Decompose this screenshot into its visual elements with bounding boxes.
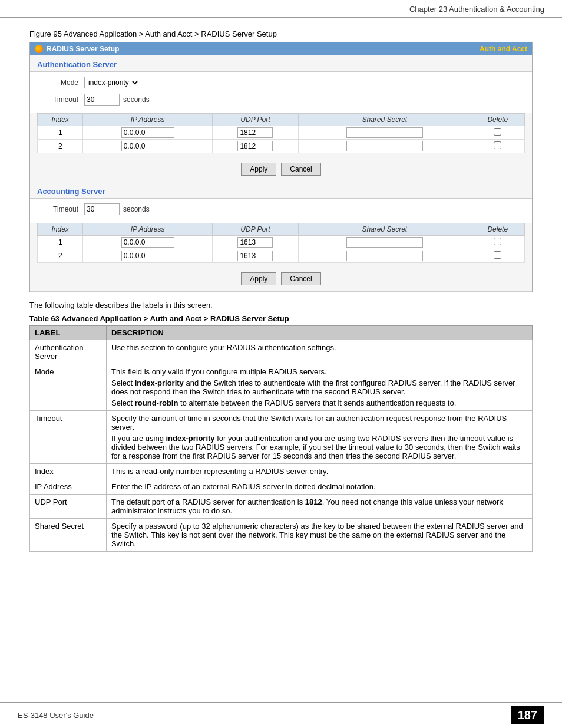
table63-row-mode: Mode This field is only valid if you con… (30, 364, 533, 411)
acct-row2-delete (471, 249, 524, 263)
desc-para: The following table describes the labels… (29, 301, 533, 309)
auth-row2-delete-checkbox[interactable] (494, 141, 501, 149)
acct-row2-udp (212, 249, 298, 263)
chapter-title: Chapter 23 Authentication & Accounting (409, 5, 544, 14)
mode-select[interactable]: index-priority round-robin (84, 77, 140, 88)
acct-server-section: Accounting Server Timeout seconds (30, 182, 532, 292)
auth-table-wrap: Index IP Address UDP Port Shared Secret … (30, 113, 532, 157)
table63-desc-udp: The default port of a RADIUS server for … (107, 495, 533, 519)
auth-timeout-input[interactable] (84, 94, 120, 106)
acct-row1-ip-input[interactable] (121, 237, 174, 248)
auth-form-section: Mode index-priority round-robin Timeout (30, 72, 532, 113)
acct-row2-udp-input[interactable] (237, 251, 273, 261)
acct-row2-secret-input[interactable] (346, 251, 423, 261)
auth-col-index: Index (38, 114, 83, 126)
acct-col-ip: IP Address (83, 223, 212, 236)
acct-row1-udp (212, 236, 298, 249)
auth-row2-udp-input[interactable] (237, 141, 273, 151)
table63-caption-text: Table 63 Advanced Application > Auth and… (29, 314, 289, 323)
acct-row1-ip (83, 236, 212, 249)
auth-row1-secret-input[interactable] (346, 127, 423, 138)
auth-cancel-button[interactable]: Cancel (281, 163, 320, 176)
acct-row1-secret-input[interactable] (346, 237, 423, 248)
acct-row1-secret (299, 236, 471, 249)
auth-row2-ip (83, 140, 212, 153)
table63-desc-timeout: Specify the amount of time in seconds th… (107, 411, 533, 464)
table63-row-auth: AuthenticationServer Use this section to… (30, 340, 533, 364)
auth-row1-secret (299, 126, 471, 140)
acct-timeout-units: seconds (123, 205, 150, 213)
auth-timeout-control: seconds (84, 94, 150, 106)
panel-titlebar: RADIUS Server Setup Auth and Acct (30, 42, 532, 55)
acct-col-secret: Shared Secret (299, 223, 471, 236)
acct-row2-index: 2 (38, 249, 83, 263)
footer-left: ES-3148 User's Guide (18, 711, 94, 720)
table63-desc-index: This is a read-only number representing … (107, 464, 533, 479)
auth-col-delete: Delete (471, 114, 524, 126)
table63-label-udp: UDP Port (30, 495, 107, 519)
auth-row2-index: 2 (38, 140, 83, 153)
auth-col-secret: Shared Secret (299, 114, 471, 126)
page-footer: ES-3148 User's Guide 187 (0, 702, 562, 728)
auth-row1-udp (212, 126, 298, 140)
table63: LABEL DESCRIPTION AuthenticationServer U… (29, 325, 533, 552)
auth-row1-delete (471, 126, 524, 140)
auth-row2-udp (212, 140, 298, 153)
panel-title-link[interactable]: Auth and Acct (480, 45, 527, 53)
auth-row2-secret-input[interactable] (346, 141, 423, 151)
auth-row1-ip-input[interactable] (121, 127, 174, 138)
screenshot-panel: RADIUS Server Setup Auth and Acct Authen… (29, 42, 533, 292)
auth-row1-delete-checkbox[interactable] (494, 128, 501, 136)
auth-row2-ip-input[interactable] (121, 141, 174, 151)
auth-timeout-label: Timeout (37, 95, 84, 104)
acct-row2-ip (83, 249, 212, 263)
table63-row-index: Index This is a read-only number represe… (30, 464, 533, 479)
auth-row1-udp-input[interactable] (237, 127, 273, 138)
acct-timeout-input[interactable] (84, 203, 120, 215)
main-content: Figure 95 Advanced Application > Auth an… (0, 18, 562, 564)
acct-row1-udp-input[interactable] (237, 237, 273, 248)
table63-desc-ip: Enter the IP address of an external RADI… (107, 479, 533, 495)
acct-table-row: 1 (38, 236, 525, 249)
acct-apply-button[interactable]: Apply (241, 272, 276, 285)
table63-label-timeout: Timeout (30, 411, 107, 464)
table63-row-ip: IP Address Enter the IP address of an ex… (30, 479, 533, 495)
acct-row1-delete-checkbox[interactable] (494, 238, 501, 245)
mode-label: Mode (37, 78, 84, 87)
table63-label-mode: Mode (30, 364, 107, 411)
table63-desc-secret: Specify a password (up to 32 alphanumeri… (107, 519, 533, 552)
panel-body: Authentication Server Mode index-priorit… (30, 55, 532, 292)
acct-row2-delete-checkbox[interactable] (494, 251, 501, 259)
acct-timeout-row: Timeout seconds (37, 201, 525, 218)
acct-timeout-label: Timeout (37, 205, 84, 213)
table63-row-timeout: Timeout Specify the amount of time in se… (30, 411, 533, 464)
acct-row1-index: 1 (38, 236, 83, 249)
auth-col-ip: IP Address (83, 114, 212, 126)
auth-buttons-row: Apply Cancel (30, 157, 532, 182)
auth-table-row: 1 (38, 126, 525, 140)
acct-timeout-control: seconds (84, 203, 150, 215)
table63-row-udp: UDP Port The default port of a RADIUS se… (30, 495, 533, 519)
table63-label-auth: AuthenticationServer (30, 340, 107, 364)
acct-cancel-button[interactable]: Cancel (281, 272, 320, 285)
acct-col-index: Index (38, 223, 83, 236)
auth-row1-index: 1 (38, 126, 83, 140)
page-header: Chapter 23 Authentication & Accounting (0, 0, 562, 18)
table63-desc-auth: Use this section to configure your RADIU… (107, 340, 533, 364)
page-number: 187 (511, 706, 544, 724)
panel-title-icon (35, 45, 43, 53)
table63-label-ip: IP Address (30, 479, 107, 495)
mode-control: index-priority round-robin (84, 77, 140, 88)
auth-row2-delete (471, 140, 524, 153)
auth-row1-ip (83, 126, 212, 140)
auth-section-title: Authentication Server (30, 55, 532, 72)
table63-col-desc: DESCRIPTION (107, 326, 533, 340)
auth-apply-button[interactable]: Apply (241, 163, 276, 176)
table63-caption: Table 63 Advanced Application > Auth and… (29, 314, 533, 323)
panel-title-text: RADIUS Server Setup (47, 45, 119, 53)
acct-table-row: 2 (38, 249, 525, 263)
acct-row2-ip-input[interactable] (121, 251, 174, 261)
auth-timeout-row: Timeout seconds (37, 91, 525, 108)
auth-server-table: Index IP Address UDP Port Shared Secret … (37, 113, 525, 153)
acct-table-wrap: Index IP Address UDP Port Shared Secret … (30, 223, 532, 266)
